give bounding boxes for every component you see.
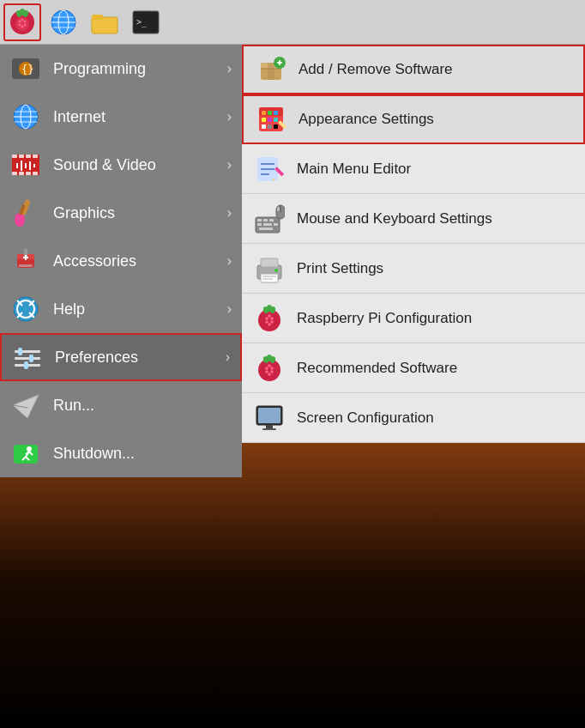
accessories-icon — [10, 246, 41, 276]
submenu-screen-configuration[interactable]: Screen Configuration — [242, 393, 585, 443]
svg-point-7 — [24, 20, 27, 22]
svg-point-124 — [270, 317, 274, 320]
svg-rect-53 — [25, 255, 27, 260]
submenu-main-menu-editor[interactable]: Main Menu Editor — [242, 144, 585, 194]
svg-rect-82 — [279, 60, 280, 65]
svg-rect-39 — [33, 172, 38, 175]
svg-point-134 — [270, 367, 274, 370]
svg-point-125 — [265, 320, 268, 324]
svg-rect-89 — [268, 118, 272, 122]
graphics-icon — [10, 197, 41, 228]
menu-label-shutdown: Shutdown... — [53, 445, 135, 463]
svg-rect-64 — [18, 348, 22, 355]
svg-rect-18 — [92, 21, 102, 25]
svg-point-6 — [21, 18, 24, 21]
svg-text:{}: {} — [21, 64, 33, 76]
graphics-arrow: › — [227, 205, 232, 221]
menu-item-run[interactable]: Run... — [0, 381, 242, 429]
shutdown-icon — [10, 438, 41, 469]
svg-marker-67 — [13, 395, 39, 418]
submenu-raspberry-pi-configuration[interactable]: Raspberry Pi Configuration — [242, 294, 585, 343]
svg-rect-113 — [261, 258, 278, 267]
add-remove-software-icon — [256, 54, 286, 85]
appearance-settings-icon — [256, 104, 286, 135]
svg-point-137 — [270, 370, 274, 373]
accessories-arrow: › — [227, 253, 232, 269]
svg-rect-85 — [262, 111, 266, 115]
menu-item-preferences[interactable]: Preferences › — [0, 333, 242, 381]
svg-rect-106 — [263, 223, 272, 226]
menu-item-internet[interactable]: Internet › — [0, 93, 242, 141]
submenu-label-screen-configuration: Screen Configuration — [297, 410, 434, 427]
submenu-label-recommended-software: Recommended Software — [297, 360, 457, 377]
right-menu: Add / Remove Software Appea — [242, 45, 585, 443]
svg-rect-38 — [26, 172, 31, 175]
menu-item-shutdown[interactable]: Shutdown... — [0, 429, 242, 477]
submenu-label-add-remove-software: Add / Remove Software — [299, 61, 453, 78]
svg-rect-90 — [274, 118, 278, 122]
submenu-label-print-settings: Print Settings — [297, 260, 383, 277]
svg-point-115 — [274, 269, 278, 272]
svg-rect-107 — [274, 223, 278, 226]
svg-rect-19 — [92, 15, 103, 20]
menu-label-internet: Internet — [53, 108, 106, 126]
svg-rect-111 — [277, 207, 280, 211]
taskbar-terminal-button[interactable]: >_ — [127, 3, 165, 41]
svg-rect-104 — [269, 219, 274, 221]
menu-item-graphics[interactable]: Graphics › — [0, 189, 242, 237]
taskbar: >_ — [0, 0, 585, 45]
submenu-appearance-settings[interactable]: Appearance Settings — [242, 94, 585, 144]
submenu-print-settings[interactable]: Print Settings — [242, 244, 585, 294]
left-menu: {} Programming › Internet › — [0, 45, 242, 477]
submenu-recommended-software[interactable]: Recommended Software — [242, 343, 585, 393]
svg-rect-62 — [15, 357, 40, 360]
svg-rect-108 — [259, 228, 273, 230]
submenu-label-mouse-keyboard-settings: Mouse and Keyboard Settings — [297, 210, 492, 228]
taskbar-globe-button[interactable] — [45, 3, 82, 41]
submenu-label-raspberry-pi-configuration: Raspberry Pi Configuration — [297, 310, 472, 327]
submenu-mouse-keyboard-settings[interactable]: Mouse and Keyboard Settings — [242, 194, 585, 244]
internet-arrow: › — [227, 109, 232, 124]
svg-rect-88 — [262, 118, 266, 122]
svg-point-123 — [268, 314, 271, 318]
svg-rect-92 — [268, 124, 272, 129]
submenu-add-remove-software[interactable]: Add / Remove Software — [242, 45, 585, 94]
svg-rect-141 — [262, 428, 276, 430]
menu-item-accessories[interactable]: Accessories › — [0, 237, 242, 285]
svg-point-136 — [268, 373, 271, 376]
svg-point-118 — [258, 309, 280, 331]
menu-item-sound-video[interactable]: Sound & Video › — [0, 141, 242, 189]
menu-label-accessories: Accessories — [53, 252, 136, 270]
svg-rect-33 — [19, 155, 24, 158]
svg-point-133 — [268, 364, 271, 367]
svg-rect-139 — [258, 408, 280, 423]
mouse-keyboard-settings-icon — [254, 203, 285, 234]
svg-point-10 — [24, 23, 27, 26]
internet-icon — [10, 101, 41, 132]
svg-point-70 — [27, 446, 32, 452]
svg-rect-105 — [257, 223, 262, 226]
svg-point-132 — [265, 367, 268, 370]
svg-rect-51 — [19, 264, 33, 267]
svg-rect-36 — [12, 172, 17, 175]
svg-point-9 — [21, 25, 24, 27]
svg-point-8 — [19, 23, 21, 26]
screen-configuration-icon — [254, 403, 285, 434]
sound-video-icon — [10, 149, 41, 180]
menu-label-run: Run... — [53, 397, 94, 415]
svg-rect-65 — [29, 355, 33, 362]
svg-rect-86 — [268, 111, 272, 115]
taskbar-raspberry-button[interactable] — [3, 3, 41, 41]
svg-rect-93 — [274, 124, 278, 129]
svg-point-135 — [265, 370, 268, 373]
raspberry-pi-configuration-icon — [254, 303, 285, 334]
menu-item-help[interactable]: Help › — [0, 285, 242, 333]
svg-rect-87 — [274, 111, 278, 115]
svg-point-126 — [268, 323, 271, 326]
taskbar-folder-button[interactable] — [86, 3, 124, 41]
sound-video-arrow: › — [227, 157, 232, 173]
menu-item-programming[interactable]: {} Programming › — [0, 45, 242, 93]
svg-text:>_: >_ — [136, 17, 148, 27]
menu-label-help: Help — [53, 300, 85, 318]
svg-rect-35 — [33, 155, 38, 158]
